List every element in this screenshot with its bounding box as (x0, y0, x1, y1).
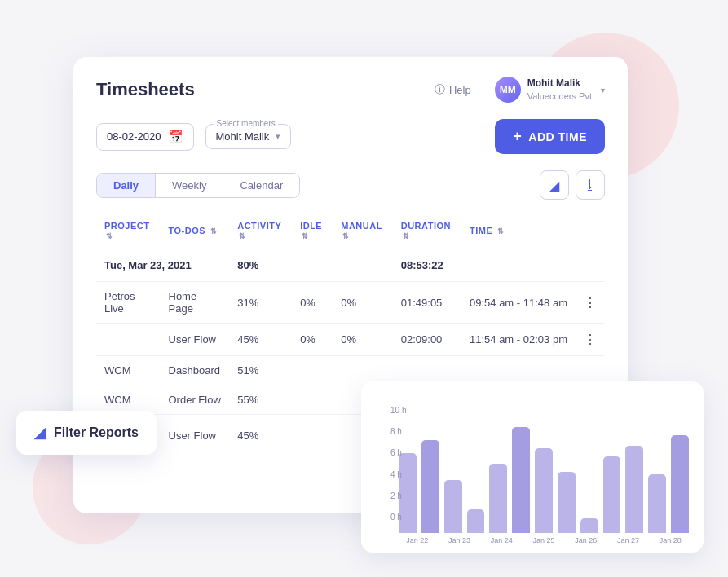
table-header-row: PROJECT ⇅ TO-DOS ⇅ ACTIVITY ⇅ IDLE ⇅ MAN… (96, 213, 605, 249)
help-circle-icon: ⓘ (435, 82, 445, 97)
bar (648, 474, 666, 533)
help-link[interactable]: ⓘ Help (435, 82, 471, 97)
bar-group (421, 440, 439, 533)
member-select-value: Mohit Malik (216, 130, 270, 143)
col-time: TIME ⇅ (461, 213, 576, 249)
controls-row: 08-02-2020 📅 Select members Mohit Malik … (96, 119, 605, 154)
col-manual: MANUAL ⇅ (333, 213, 393, 249)
date-picker[interactable]: 08-02-2020 📅 (96, 123, 194, 151)
x-label: Jan 27 (610, 536, 647, 544)
cell-project (96, 324, 161, 356)
cell-duration: 01:49:05 (393, 282, 461, 324)
cell-activity: 31% (229, 282, 292, 324)
col-duration: DURATION ⇅ (393, 213, 461, 249)
bar (671, 435, 689, 533)
bar-group (535, 448, 553, 533)
bars-container (399, 394, 689, 536)
cell-todo: Order Flow (161, 385, 230, 415)
avatar-initials: MM (500, 84, 516, 95)
help-label: Help (449, 84, 471, 96)
tab-weekly[interactable]: Weekly (156, 174, 223, 197)
y-label: 2 h (390, 491, 406, 500)
plus-icon: + (513, 128, 522, 145)
date-group-activity: 80% (229, 249, 292, 282)
page-title: Timesheets (96, 79, 195, 100)
bar (489, 464, 507, 533)
date-group-label: Tue, Mar 23, 2021 (96, 249, 229, 282)
bar-group (648, 474, 666, 533)
y-label: 8 h (390, 427, 406, 436)
user-menu[interactable]: MM Mohit Malik Valuecoders Pvt. ▾ (495, 77, 605, 103)
cell-time: 09:54 am - 11:48 am (461, 282, 576, 324)
x-label: Jan 28 (651, 536, 689, 544)
filter-icon: ◢ (549, 178, 559, 193)
cell-idle: 0% (292, 324, 333, 356)
col-idle: IDLE ⇅ (292, 213, 333, 249)
row-menu-button[interactable]: ⋮ (576, 324, 605, 356)
tab-row: Daily Weekly Calendar ◢ ⭳ (96, 170, 605, 200)
row-menu-button[interactable]: ⋮ (576, 282, 605, 324)
avatar: MM (495, 77, 521, 103)
filter-popup-icon: ◢ (34, 424, 46, 442)
table-row: User Flow 45% 0% 0% 02:09:00 11:54 am - … (96, 324, 605, 356)
cell-project: Petros Live (96, 282, 161, 324)
bar (444, 480, 462, 533)
cell-activity: 51% (229, 356, 292, 385)
tab-daily[interactable]: Daily (97, 174, 156, 197)
filter-reports-popup[interactable]: ◢ Filter Reports (16, 411, 157, 455)
cell-manual: 0% (333, 324, 393, 356)
col-activity: ACTIVITY ⇅ (229, 213, 292, 249)
cell-todo: Home Page (161, 282, 230, 324)
bar-group (558, 472, 576, 533)
bar-group (512, 427, 530, 533)
x-label: Jan 22 (399, 536, 436, 544)
cell-manual: 0% (333, 282, 393, 324)
bar-group (580, 518, 598, 533)
view-tabs: Daily Weekly Calendar (96, 173, 300, 198)
chevron-down-icon: ▾ (601, 86, 605, 95)
cell-todo: Dashboard (161, 356, 230, 385)
x-label: Jan 26 (567, 536, 605, 544)
cell-duration: 02:09:00 (393, 324, 461, 356)
header-right: ⓘ Help MM Mohit Malik Valuecoders Pvt. ▾ (435, 77, 605, 103)
cell-todo: User Flow (161, 415, 230, 456)
member-select-label: Select members (214, 119, 278, 128)
col-todos: TO-DOS ⇅ (161, 213, 230, 249)
chevron-down-icon: ▾ (276, 131, 280, 142)
col-project: PROJECT ⇅ (96, 213, 161, 249)
y-label: 4 h (390, 470, 406, 479)
y-label: 0 h (390, 513, 406, 522)
cell-todo: User Flow (161, 324, 230, 356)
add-time-button[interactable]: + ADD TIME (495, 119, 605, 154)
bar (603, 456, 621, 533)
bar-chart-card: 0 h 2 h 4 h 6 h 8 h 10 h Jan 22 Jan 23 J… (361, 381, 704, 553)
cell-project: WCM (96, 356, 161, 385)
date-group-row: Tue, Mar 23, 2021 80% 08:53:22 (96, 249, 605, 282)
tab-calendar[interactable]: Calendar (223, 174, 299, 197)
chart-area: Jan 22 Jan 23 Jan 24 Jan 25 Jan 26 Jan 2… (399, 394, 689, 544)
cell-activity: 45% (229, 324, 292, 356)
bar (558, 472, 576, 533)
user-org: Valuecoders Pvt. (527, 90, 594, 102)
bar-group (467, 509, 485, 533)
filter-reports-label: Filter Reports (54, 425, 139, 440)
table-row: Petros Live Home Page 31% 0% 0% 01:49:05… (96, 282, 605, 324)
bar (421, 440, 439, 533)
cell-activity: 45% (229, 415, 292, 456)
user-text: Mohit Malik Valuecoders Pvt. (527, 77, 594, 102)
bar-group (625, 446, 643, 533)
x-label: Jan 23 (441, 536, 479, 544)
filter-button[interactable]: ◢ (540, 170, 569, 200)
download-button[interactable]: ⭳ (576, 170, 605, 200)
user-name: Mohit Malik (527, 77, 594, 90)
tab-actions: ◢ ⭳ (540, 170, 605, 200)
cell-idle (292, 385, 333, 415)
y-label: 6 h (390, 448, 406, 457)
bar-group (444, 480, 462, 533)
bar (512, 427, 530, 533)
member-select[interactable]: Select members Mohit Malik ▾ (205, 124, 292, 149)
calendar-icon: 📅 (168, 130, 183, 144)
cell-activity: 55% (229, 385, 292, 415)
date-value: 08-02-2020 (107, 130, 161, 143)
x-label: Jan 24 (483, 536, 520, 544)
